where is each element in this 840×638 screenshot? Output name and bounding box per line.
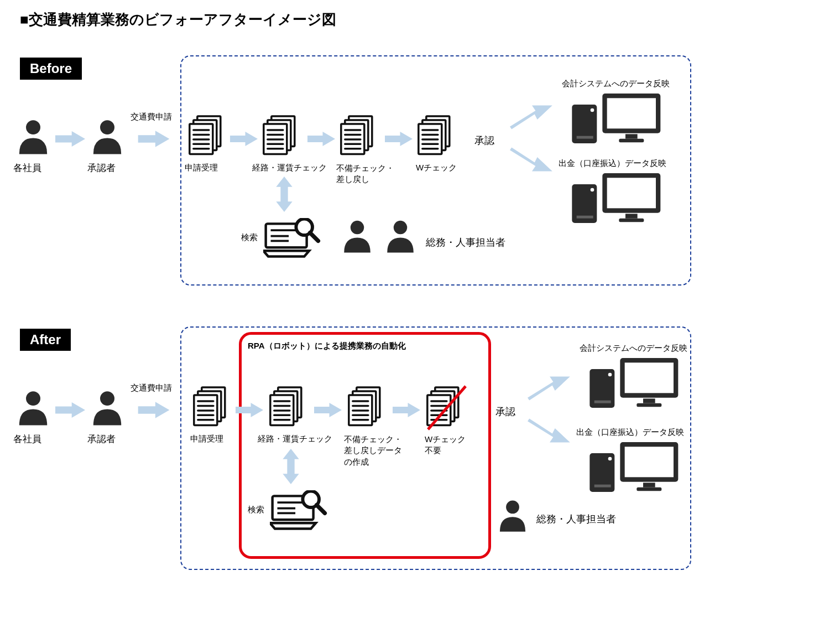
- arrow-right-icon: [307, 129, 335, 148]
- documents-icon: [269, 386, 307, 429]
- label-approval: 承認: [495, 405, 515, 418]
- documents-icon: [262, 115, 301, 158]
- arrow-upright-icon: [508, 102, 556, 133]
- svg-line-22: [428, 386, 466, 429]
- label-routefare: 経路・運賃チェック: [258, 434, 332, 444]
- label-acct: 会計システムへのデータ反映: [562, 79, 670, 89]
- person-approver-icon: [87, 116, 127, 156]
- arrow-right-icon: [393, 401, 420, 419]
- person-staff-icon: [382, 217, 419, 255]
- arrow-right-icon: [131, 401, 177, 419]
- person-employee-icon: [13, 387, 53, 427]
- arrow-downright-icon: [525, 415, 574, 446]
- person-employee-icon: [13, 116, 53, 156]
- arrow-downright-icon: [508, 144, 556, 175]
- documents-icon: [417, 115, 456, 158]
- arrow-right-icon: [314, 401, 342, 419]
- computer-icon: [587, 355, 682, 411]
- badge-after: After: [20, 329, 71, 351]
- arrow-updown-icon: [280, 447, 302, 486]
- search-icon: [270, 490, 327, 531]
- page-title: ■交通費精算業務のビフォーアフターイメージ図: [20, 10, 820, 29]
- label-wcheck-no: Wチェック 不要: [425, 434, 466, 457]
- label-wcheck: Wチェック: [416, 163, 457, 173]
- documents-icon: [340, 115, 378, 158]
- label-defect: 不備チェック・ 差し戻し: [336, 163, 394, 185]
- label-hr: 総務・人事担当者: [426, 236, 505, 249]
- label-approval: 承認: [474, 134, 494, 147]
- crossout-icon: [424, 383, 470, 434]
- documents-icon: [192, 386, 231, 429]
- search-icon: [263, 218, 321, 259]
- arrow-right-icon: [55, 129, 85, 148]
- arrow-right-icon: [131, 129, 177, 148]
- label-hr: 総務・人事担当者: [536, 512, 616, 526]
- arrow-updown-icon: [273, 175, 295, 214]
- computer-icon: [570, 91, 665, 146]
- label-application: 交通費申請: [131, 112, 172, 122]
- label-search: 検索: [241, 232, 258, 243]
- label-payout: 出金（口座振込）データ反映: [576, 427, 684, 438]
- label-employee: 各社員: [13, 433, 41, 445]
- documents-icon: [347, 386, 386, 429]
- person-approver-icon: [87, 387, 127, 427]
- label-routefare: 経路・運賃チェック: [252, 163, 327, 173]
- label-approver: 承認者: [87, 162, 116, 174]
- label-accepted: 申請受理: [185, 163, 218, 173]
- label-accepted: 申請受理: [190, 434, 223, 444]
- label-rpa-title: RPA（ロボット）による提携業務の自動化: [248, 341, 406, 351]
- badge-before: Before: [20, 58, 82, 80]
- documents-icon: [188, 115, 227, 158]
- computer-icon: [587, 439, 682, 495]
- label-search: 検索: [248, 505, 264, 515]
- label-payout: 出金（口座振込）データ反映: [559, 158, 666, 169]
- label-approver: 承認者: [87, 433, 116, 445]
- arrow-right-icon: [230, 129, 258, 148]
- computer-icon: [570, 170, 665, 226]
- label-acct: 会計システムへのデータ反映: [580, 343, 687, 354]
- label-employee: 各社員: [13, 162, 41, 174]
- arrow-right-icon: [236, 401, 263, 419]
- person-staff-icon: [494, 497, 531, 533]
- person-staff-icon: [338, 217, 376, 255]
- label-application: 交通費申請: [131, 383, 172, 393]
- arrow-right-icon: [385, 129, 413, 148]
- arrow-upright-icon: [525, 373, 574, 404]
- arrow-right-icon: [55, 401, 85, 419]
- label-defectdata: 不備チェック・ 差し戻しデータ の作成: [344, 434, 402, 468]
